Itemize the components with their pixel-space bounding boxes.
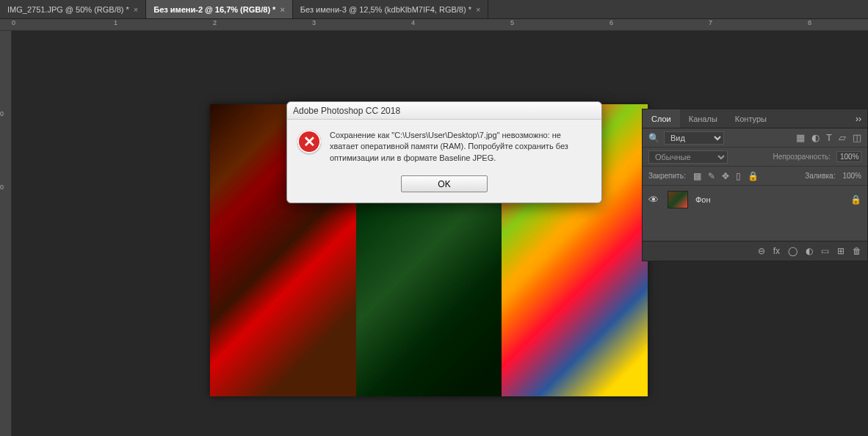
blend-opacity-row: Обычные Непрозрачность: 100% [643,148,867,167]
close-icon[interactable]: × [280,5,284,14]
filter-pixel-icon[interactable]: ▦ [796,132,805,143]
tab-label: IMG_2751.JPG @ 50% (RGB/8) * [7,5,129,14]
filter-type-icon[interactable]: T [826,132,832,143]
tab-label: Без имени-3 @ 12,5% (kdbKlbM7IF4, RGB/8)… [300,5,471,14]
layer-list: 👁 Фон 🔒 [643,186,867,241]
tab-paths[interactable]: Контуры [726,109,775,128]
search-icon[interactable]: 🔍 [648,133,659,143]
layer-item-background[interactable]: 👁 Фон 🔒 [643,186,867,214]
tab-label: Без имени-2 @ 16,7% (RGB/8) * [153,5,275,14]
filter-adjustment-icon[interactable]: ◐ [811,132,820,143]
lock-label: Закрепить: [648,172,686,180]
fill-value[interactable]: 100% [842,172,861,180]
layers-panel: Слои Каналы Контуры ›› 🔍 Вид ▦ ◐ T ▱ ◫ О… [642,109,868,261]
tab-channels[interactable]: Каналы [680,109,726,128]
fill-label: Заливка: [805,172,835,180]
visibility-eye-icon[interactable]: 👁 [648,194,660,206]
blend-mode-select[interactable]: Обычные [648,150,728,164]
lock-all-icon[interactable]: 🔒 [748,171,759,181]
mask-icon[interactable]: ◯ [788,246,798,256]
tab-document-2[interactable]: Без имени-2 @ 16,7% (RGB/8) * × [146,0,293,18]
tab-layers[interactable]: Слои [643,109,680,128]
ruler-tick: 0 [12,19,15,26]
layer-thumbnail[interactable] [668,191,688,208]
ruler-tick: 1 [114,19,117,26]
lock-row: Закрепить: ▩ ✎ ✥ ▯ 🔒 Заливка: 100% [643,167,867,186]
lock-transparency-icon[interactable]: ▩ [693,171,701,181]
lock-artboard-icon[interactable]: ▯ [736,171,741,181]
layers-footer: ⊖ fx ◯ ◐ ▭ ⊞ 🗑 [643,241,867,261]
ruler-tick: 2 [213,19,217,26]
filter-smart-icon[interactable]: ◫ [853,132,861,143]
close-icon[interactable]: × [134,5,138,14]
layer-name[interactable]: Фон [695,195,843,204]
layer-filter-row: 🔍 Вид ▦ ◐ T ▱ ◫ [643,128,867,148]
tab-document-1[interactable]: IMG_2751.JPG @ 50% (RGB/8) * × [0,0,146,18]
group-icon[interactable]: ▭ [821,246,829,256]
close-icon[interactable]: × [476,5,480,14]
link-layers-icon[interactable]: ⊖ [758,246,765,256]
error-dialog: Adobe Photoshop CC 2018 ✕ Сохранение как… [286,101,602,203]
dialog-message: Сохранение как "C:\Users\User\Desktop\7.… [330,130,591,164]
tab-document-3[interactable]: Без имени-3 @ 12,5% (kdbKlbM7IF4, RGB/8)… [293,0,489,18]
new-layer-icon[interactable]: ⊞ [837,246,845,256]
ruler-tick: 8 [808,19,811,26]
adjustment-layer-icon[interactable]: ◐ [806,246,813,256]
opacity-label: Непрозрачность: [773,153,831,161]
dialog-title: Adobe Photoshop CC 2018 [287,102,601,120]
document-tabs-bar: IMG_2751.JPG @ 50% (RGB/8) * × Без имени… [0,0,868,19]
ruler-horizontal: 0 1 2 3 4 5 6 7 8 [0,19,868,31]
opacity-value[interactable]: 100% [836,151,861,162]
ruler-tick: 3 [312,19,316,26]
ruler-tick: 4 [411,19,415,26]
lock-brush-icon[interactable]: ✎ [708,171,715,181]
ruler-tick: 0 [0,184,4,191]
filter-shape-icon[interactable]: ▱ [839,132,846,143]
fx-icon[interactable]: fx [773,246,780,256]
lock-icon[interactable]: 🔒 [850,195,861,205]
ruler-tick: 0 [0,110,4,117]
expand-panel-icon[interactable]: ›› [850,114,867,124]
ruler-tick: 7 [709,19,712,26]
error-icon: ✕ [297,130,321,153]
ok-button[interactable]: OK [401,175,488,192]
dialog-body: ✕ Сохранение как "C:\Users\User\Desktop\… [287,120,601,175]
trash-icon[interactable]: 🗑 [853,246,861,256]
panel-tab-strip: Слои Каналы Контуры ›› [643,109,867,128]
filter-kind-select[interactable]: Вид [664,131,724,145]
ruler-tick: 6 [610,19,613,26]
ruler-tick: 5 [510,19,514,26]
ruler-vertical: 0 0 [0,31,12,436]
lock-position-icon[interactable]: ✥ [722,171,729,181]
